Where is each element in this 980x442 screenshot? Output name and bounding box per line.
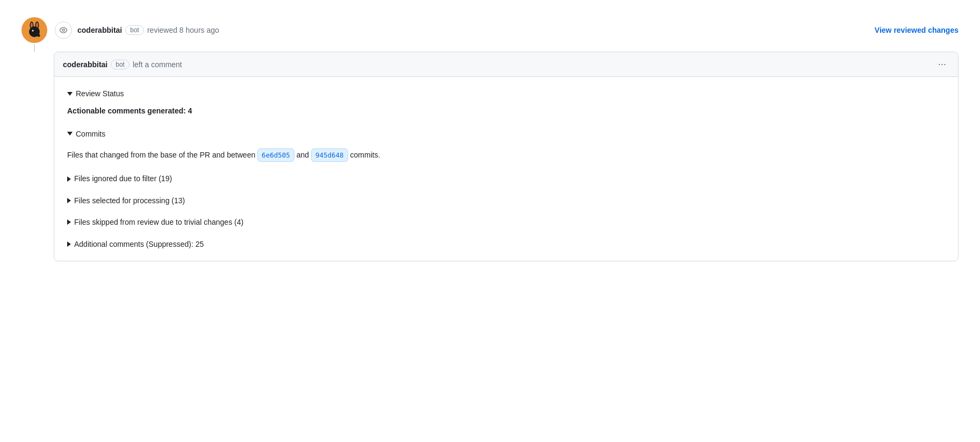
actionable-comments-line: Actionable comments generated: 4	[67, 105, 945, 117]
comment-action-text: left a comment	[133, 60, 182, 69]
avatar-icon	[25, 20, 44, 40]
comment-body: Review Status Actionable comments genera…	[54, 77, 958, 261]
item-1-triangle-icon	[67, 198, 71, 203]
collapsible-items-list: Files ignored due to filter (19) Files s…	[67, 173, 945, 250]
item-3-label: Additional comments (Suppressed): 25	[74, 238, 204, 250]
item-1-label: Files selected for processing (13)	[74, 195, 185, 206]
collapsible-item-3[interactable]: Additional comments (Suppressed): 25	[67, 238, 945, 250]
page-container: coderabbitai bot reviewed 8 hours ago Vi…	[0, 0, 980, 272]
item-0-triangle-icon	[67, 176, 71, 182]
commit-hash-2[interactable]: 945d648	[311, 148, 348, 162]
svg-point-7	[62, 29, 64, 31]
review-status-label: Review Status	[76, 88, 124, 99]
collapsible-item-2[interactable]: Files skipped from review due to trivial…	[67, 216, 945, 228]
comment-author: coderabbitai	[63, 60, 107, 69]
collapsible-item-1[interactable]: Files selected for processing (13)	[67, 195, 945, 206]
reviewer-action-text: reviewed 8 hours ago	[147, 26, 219, 34]
more-options-button[interactable]: ···	[935, 58, 949, 71]
files-text-middle: and	[297, 151, 309, 159]
comment-header-left: coderabbitai bot left a comment	[63, 60, 182, 69]
eye-icon-wrap	[55, 22, 72, 39]
reviewer-username: coderabbitai	[77, 26, 122, 34]
files-text-after: commits.	[350, 151, 380, 159]
svg-point-6	[38, 34, 40, 37]
files-text-before: Files that changed from the base of the …	[67, 151, 255, 159]
commits-triangle-icon	[67, 132, 73, 136]
commits-label: Commits	[76, 128, 105, 140]
review-status-triangle-icon	[67, 92, 73, 96]
item-3-triangle-icon	[67, 241, 71, 247]
eye-icon	[59, 26, 68, 34]
avatar	[21, 17, 47, 43]
comment-bot-badge: bot	[111, 60, 129, 69]
files-changed-text: Files that changed from the base of the …	[67, 148, 945, 162]
commit-hash-1[interactable]: 6e6d505	[257, 148, 294, 162]
collapsible-item-0[interactable]: Files ignored due to filter (19)	[67, 173, 945, 184]
review-status-section-title[interactable]: Review Status	[67, 88, 945, 99]
view-reviewed-changes-link[interactable]: View reviewed changes	[875, 26, 959, 34]
item-0-label: Files ignored due to filter (19)	[74, 173, 172, 184]
connector-line	[34, 44, 35, 52]
item-2-triangle-icon	[67, 219, 71, 225]
commits-section: Commits Files that changed from the base…	[67, 128, 945, 162]
commits-section-title[interactable]: Commits	[67, 128, 945, 140]
comment-header: coderabbitai bot left a comment ···	[54, 52, 958, 77]
reviewer-row: coderabbitai bot reviewed 8 hours ago Vi…	[21, 11, 959, 52]
reviewer-bot-badge: bot	[125, 25, 144, 35]
reviewer-meta: coderabbitai bot reviewed 8 hours ago	[77, 25, 869, 35]
item-2-label: Files skipped from review due to trivial…	[74, 216, 243, 228]
comment-card: coderabbitai bot left a comment ··· Revi…	[54, 52, 959, 261]
svg-point-5	[32, 30, 34, 32]
